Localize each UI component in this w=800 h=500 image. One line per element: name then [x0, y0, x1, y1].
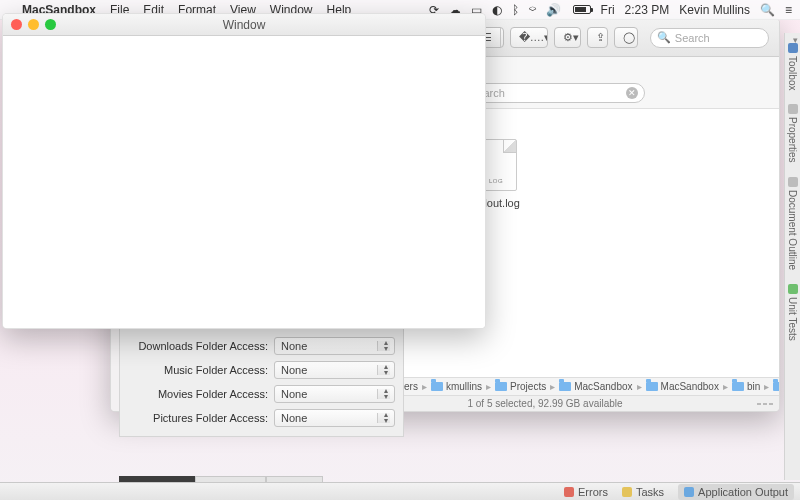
- action-dropdown[interactable]: ⚙▾: [554, 27, 581, 48]
- toggle-icon[interactable]: ◐: [492, 3, 502, 17]
- arrange-dropdown[interactable]: �….▾: [510, 27, 548, 48]
- notification-center-icon[interactable]: ≡: [785, 3, 792, 17]
- right-sidebar-rail: ▾ Toolbox Properties Document Outline Un…: [784, 33, 800, 480]
- share-button[interactable]: ⇪: [587, 27, 608, 48]
- spotlight-icon[interactable]: 🔍: [760, 3, 775, 17]
- rail-tab-document-outline[interactable]: Document Outline: [786, 171, 799, 276]
- rail-tab-properties[interactable]: Properties: [786, 98, 799, 169]
- error-icon: [564, 487, 574, 497]
- status-tasks[interactable]: Tasks: [622, 486, 664, 498]
- ide-status-bar: Errors Tasks Application Output: [0, 482, 800, 500]
- status-app-output[interactable]: Application Output: [678, 484, 794, 500]
- access-row-downloads: Downloads Folder Access: None▴▾: [120, 334, 403, 358]
- access-row-pictures: Pictures Folder Access: None▴▾: [120, 406, 403, 430]
- app-window: Window: [2, 13, 486, 329]
- folder-icon: [732, 382, 744, 391]
- access-dropdown[interactable]: None▴▾: [274, 385, 395, 403]
- volume-icon[interactable]: 🔊: [546, 3, 561, 17]
- access-label: Music Folder Access:: [128, 364, 268, 376]
- window-title: Window: [3, 18, 485, 32]
- search-icon: 🔍: [657, 31, 671, 44]
- tags-button[interactable]: ◯: [614, 27, 638, 48]
- folder-icon: [495, 382, 507, 391]
- collapse-icon[interactable]: ▾: [793, 35, 798, 45]
- window-titlebar[interactable]: Window: [3, 14, 485, 36]
- window-content: [3, 36, 485, 328]
- rail-tab-toolbox[interactable]: Toolbox: [786, 37, 799, 96]
- status-errors[interactable]: Errors: [564, 486, 608, 498]
- access-row-movies: Movies Folder Access: None▴▾: [120, 382, 403, 406]
- bluetooth-icon[interactable]: ᛒ: [512, 3, 519, 17]
- access-dropdown[interactable]: None▴▾: [274, 337, 395, 355]
- access-label: Downloads Folder Access:: [128, 340, 268, 352]
- search-placeholder: Search: [675, 32, 710, 44]
- access-row-music: Music Folder Access: None▴▾: [120, 358, 403, 382]
- output-icon: [684, 487, 694, 497]
- rail-tab-unit-tests[interactable]: Unit Tests: [786, 278, 799, 347]
- access-label: Pictures Folder Access:: [128, 412, 268, 424]
- access-dropdown[interactable]: None▴▾: [274, 361, 395, 379]
- wifi-icon[interactable]: ⌔: [529, 3, 536, 17]
- clock-time[interactable]: 2:23 PM: [625, 3, 670, 17]
- sandbox-settings-panel: Downloads Folder Access: None▴▾ Music Fo…: [119, 327, 404, 437]
- access-dropdown[interactable]: None▴▾: [274, 409, 395, 427]
- tasks-icon: [622, 487, 632, 497]
- clear-icon[interactable]: ✕: [626, 87, 638, 99]
- toolbar-search[interactable]: 🔍 Search: [650, 28, 769, 48]
- resize-grip-icon[interactable]: [757, 403, 773, 405]
- user-menu[interactable]: Kevin Mullins: [679, 3, 750, 17]
- access-label: Movies Folder Access:: [128, 388, 268, 400]
- folder-icon: [559, 382, 571, 391]
- folder-icon: [646, 382, 658, 391]
- clock-day[interactable]: Fri: [601, 3, 615, 17]
- folder-icon: [773, 382, 779, 391]
- folder-icon: [431, 382, 443, 391]
- battery-icon[interactable]: [571, 5, 591, 14]
